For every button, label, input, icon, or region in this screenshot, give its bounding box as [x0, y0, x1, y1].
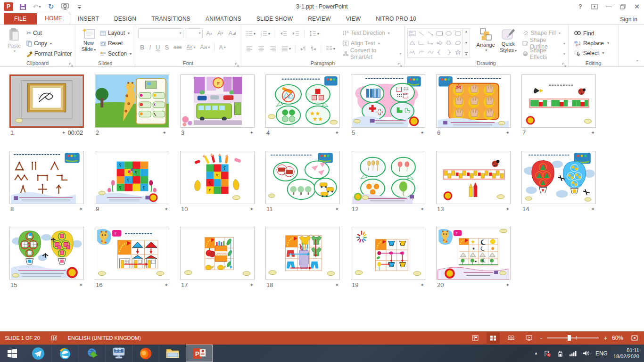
- italic-button[interactable]: I: [147, 42, 153, 52]
- reading-view-button[interactable]: [504, 332, 518, 344]
- normal-view-button[interactable]: [469, 332, 482, 344]
- tab-insert[interactable]: INSERT: [70, 14, 107, 25]
- language-indicator[interactable]: ENGLISH (UNITED KINGDOM): [68, 335, 141, 341]
- change-case-button[interactable]: Aa▾: [198, 42, 212, 52]
- convert-to-smartart-button[interactable]: Convert to SmartArt▾: [342, 49, 402, 59]
- help-button[interactable]: ?: [573, 1, 587, 12]
- start-button[interactable]: [0, 345, 25, 362]
- gallery-more-icon[interactable]: ▼: [465, 52, 468, 56]
- zoom-slider-thumb[interactable]: [568, 335, 571, 341]
- input-language-indicator[interactable]: ENG: [595, 350, 608, 357]
- volume-icon[interactable]: [583, 350, 590, 356]
- ribbon-display-options-button[interactable]: [587, 1, 602, 12]
- taskbar-internet-explorer-button[interactable]: [51, 345, 78, 362]
- tab-transitions[interactable]: TRANSITIONS: [144, 14, 198, 25]
- slide-14-thumbnail[interactable]: [521, 151, 596, 204]
- text-shadow-button[interactable]: S: [163, 42, 171, 52]
- restore-button[interactable]: [616, 1, 630, 12]
- slide-12-thumbnail[interactable]: [351, 151, 425, 204]
- grow-font-button[interactable]: A▴: [204, 28, 214, 38]
- taskbar-clock[interactable]: 01:11 18/02/2020: [613, 347, 642, 360]
- shapes-gallery-scrollbar[interactable]: ▲ ▼ ▼: [463, 28, 470, 58]
- columns-button[interactable]: ▾: [324, 43, 337, 54]
- numbering-button[interactable]: 123▾: [259, 28, 272, 39]
- text-direction-button[interactable]: A Text Direction▾: [342, 28, 402, 38]
- slide-17-thumbnail[interactable]: CRAYONS: [180, 227, 255, 280]
- zoom-level[interactable]: 60%: [612, 335, 623, 341]
- align-center-button[interactable]: [256, 43, 266, 54]
- slide-7-thumbnail[interactable]: [521, 74, 596, 128]
- paste-button[interactable]: Paste▾: [3, 27, 25, 59]
- slide-18-thumbnail[interactable]: [265, 227, 340, 280]
- network-signal-icon[interactable]: [569, 350, 577, 356]
- sign-in-link[interactable]: Sign in: [620, 16, 637, 23]
- ltr-direction-button[interactable]: ▸¶: [299, 43, 307, 54]
- show-hidden-icons-button[interactable]: ▲: [534, 351, 538, 355]
- rtl-direction-button[interactable]: ¶◂: [309, 43, 317, 54]
- character-spacing-button[interactable]: AV▾: [185, 42, 198, 52]
- gallery-down-icon[interactable]: ▼: [465, 41, 468, 44]
- slide-16-thumbnail[interactable]: ۲: [95, 227, 169, 280]
- shape-effects-button[interactable]: Shape Effects▾: [521, 49, 566, 59]
- drawing-dialog-launcher[interactable]: [562, 61, 567, 66]
- font-size-combobox[interactable]: ▾: [185, 28, 203, 38]
- line-spacing-button[interactable]: ▾: [307, 28, 321, 39]
- slide-13-thumbnail[interactable]: [436, 151, 511, 204]
- tab-home[interactable]: HOME: [37, 13, 70, 25]
- tab-file[interactable]: FILE: [4, 13, 37, 25]
- section-button[interactable]: Section▾: [99, 49, 132, 59]
- new-slide-button[interactable]: New Slide▾: [78, 27, 99, 59]
- quick-styles-button[interactable]: Quick Styles▾: [497, 27, 519, 55]
- slide-show-button[interactable]: [522, 332, 536, 344]
- minimize-button[interactable]: —: [602, 1, 616, 12]
- slide-6-thumbnail[interactable]: [436, 74, 511, 128]
- font-name-combobox[interactable]: ▾: [138, 28, 183, 38]
- taskbar-idm-button[interactable]: [78, 345, 105, 362]
- cut-button[interactable]: ✂ Cut: [25, 28, 73, 38]
- tab-animations[interactable]: ANIMATIONS: [198, 14, 249, 25]
- slide-19-thumbnail[interactable]: [351, 227, 425, 280]
- gallery-up-icon[interactable]: ▲: [465, 30, 468, 33]
- align-left-button[interactable]: [244, 43, 255, 54]
- format-painter-button[interactable]: Format Painter: [25, 49, 73, 59]
- paragraph-dialog-launcher[interactable]: [398, 61, 403, 66]
- slide-20-thumbnail[interactable]: ۳ ★ ★ ★: [436, 227, 511, 280]
- replace-button[interactable]: abac Replace▾: [574, 38, 616, 48]
- slide-3-thumbnail[interactable]: ۳: [180, 74, 255, 128]
- slide-1-thumbnail[interactable]: [9, 74, 84, 128]
- layout-button[interactable]: Layout▾: [99, 28, 132, 38]
- slide-4-thumbnail[interactable]: ★★★★: [265, 74, 340, 128]
- tab-review[interactable]: REVIEW: [300, 14, 339, 25]
- fit-slide-to-window-button[interactable]: [628, 332, 641, 344]
- shrink-font-button[interactable]: A▾: [215, 28, 225, 38]
- collapse-ribbon-button[interactable]: ⌃: [636, 59, 639, 65]
- clipboard-dialog-launcher[interactable]: [69, 61, 74, 66]
- align-right-button[interactable]: [268, 43, 278, 54]
- decrease-indent-button[interactable]: [278, 28, 289, 39]
- justify-button[interactable]: ▾: [280, 43, 293, 54]
- taskbar-file-explorer-button[interactable]: [159, 345, 186, 362]
- close-button[interactable]: ✕: [630, 1, 644, 12]
- slide-sorter-view-button[interactable]: [487, 332, 500, 344]
- arrange-button[interactable]: Arrange▾: [474, 27, 497, 53]
- shapes-gallery[interactable]: [407, 28, 463, 58]
- taskbar-telegram-button[interactable]: [25, 345, 51, 362]
- font-dialog-launcher[interactable]: [235, 61, 239, 66]
- tab-design[interactable]: DESIGN: [107, 14, 144, 25]
- slide-11-thumbnail[interactable]: [265, 151, 340, 204]
- tab-view[interactable]: VIEW: [339, 14, 368, 25]
- action-center-icon[interactable]: [544, 350, 551, 357]
- zoom-slider[interactable]: [547, 337, 599, 338]
- select-button[interactable]: Select▾: [574, 48, 616, 58]
- copy-button[interactable]: Copy▾: [25, 38, 73, 49]
- tab-nitro-pro[interactable]: NITRO PRO 10: [368, 14, 424, 25]
- strikethrough-button[interactable]: abc: [172, 42, 184, 52]
- slide-8-thumbnail[interactable]: [9, 151, 84, 204]
- power-plug-icon[interactable]: [557, 350, 563, 357]
- slide-9-thumbnail[interactable]: ؟؟؟؟؟: [95, 151, 169, 204]
- underline-button[interactable]: U: [154, 42, 162, 52]
- font-color-button[interactable]: A▾: [217, 42, 228, 52]
- taskbar-on-screen-keyboard-button[interactable]: [105, 345, 132, 362]
- reset-button[interactable]: Reset: [99, 38, 132, 49]
- slide-10-thumbnail[interactable]: ؟؟؟؟: [180, 151, 255, 204]
